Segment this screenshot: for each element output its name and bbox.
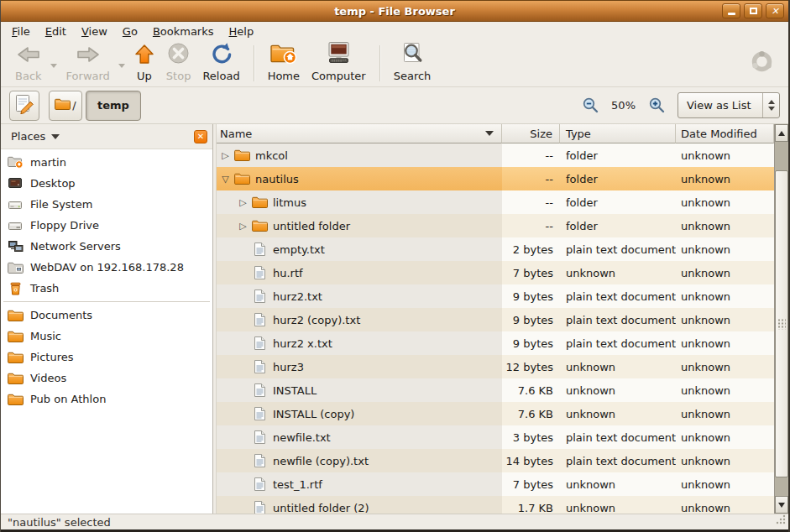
table-row[interactable]: hurz2 x.txt9 bytesplain text documentunk… bbox=[217, 331, 774, 355]
computer-button[interactable]: Computer bbox=[306, 40, 372, 86]
text-file-icon bbox=[250, 501, 269, 514]
view-mode-select[interactable]: View as List bbox=[678, 92, 780, 118]
column-header-size[interactable]: Size bbox=[502, 124, 560, 143]
back-button-label: Back bbox=[15, 70, 42, 82]
name-cell: test_1.rtf bbox=[217, 472, 502, 496]
path-button-root[interactable]: / bbox=[49, 91, 82, 121]
file-name: hurz2 (copy).txt bbox=[273, 314, 360, 326]
expander-collapsed-icon[interactable]: ▷ bbox=[238, 221, 249, 232]
sidebar-item-trash[interactable]: Trash bbox=[1, 278, 212, 299]
edit-location-button[interactable] bbox=[9, 91, 39, 121]
folder-icon bbox=[55, 98, 71, 112]
back-button-dropdown[interactable] bbox=[48, 40, 60, 86]
up-button-label: Up bbox=[137, 70, 152, 82]
sidebar-item-file-system[interactable]: File System bbox=[1, 194, 212, 215]
folder-icon bbox=[250, 196, 269, 208]
table-row[interactable]: newfile.txt3 bytesplain text documentunk… bbox=[217, 425, 774, 449]
size-cell: 3 bytes bbox=[502, 425, 560, 449]
search-button[interactable]: Search bbox=[388, 40, 437, 86]
sidebar-item-pub-on-athlon[interactable]: Pub on Athlon bbox=[1, 389, 212, 409]
reload-button[interactable]: Reload bbox=[196, 40, 245, 86]
close-icon: ✕ bbox=[771, 7, 778, 16]
table-row[interactable]: hurz2 (copy).txt9 bytesplain text docume… bbox=[217, 308, 774, 331]
column-header-date-modified[interactable]: Date Modified bbox=[676, 124, 774, 143]
sidebar-item-music[interactable]: Music bbox=[1, 326, 212, 347]
type-cell: plain text document bbox=[560, 449, 676, 472]
stop-button[interactable]: Stop bbox=[160, 40, 197, 86]
type-cell: unknown bbox=[560, 261, 676, 284]
table-row[interactable]: INSTALL (copy)7.6 KBunknownunknown bbox=[217, 402, 774, 425]
table-row[interactable]: ▽nautilus--folderunknown bbox=[217, 167, 774, 190]
menu-help[interactable]: Help bbox=[222, 23, 262, 40]
name-cell: ▷mkcol bbox=[217, 143, 502, 167]
forward-button-dropdown[interactable] bbox=[116, 40, 128, 86]
table-row[interactable]: hurz312 bytesunknownunknown bbox=[217, 355, 774, 378]
close-button[interactable]: ✕ bbox=[766, 3, 784, 18]
sidebar-item-videos[interactable]: Videos bbox=[1, 368, 212, 389]
menu-file[interactable]: File bbox=[4, 23, 38, 40]
sidebar-item-documents[interactable]: Documents bbox=[1, 305, 212, 326]
menu-edit[interactable]: Edit bbox=[38, 23, 74, 40]
table-row[interactable]: ▷untitled folder--folderunknown bbox=[217, 214, 774, 237]
menu-go[interactable]: Go bbox=[115, 23, 145, 40]
up-button[interactable]: Up bbox=[128, 40, 160, 86]
size-cell: 7 bytes bbox=[502, 472, 560, 496]
sidebar-header: Places ✕ bbox=[1, 124, 212, 149]
table-row[interactable]: hurz2.txt9 bytesplain text documentunkno… bbox=[217, 284, 774, 308]
file-name: hurz2.txt bbox=[273, 290, 322, 303]
type-cell: unknown bbox=[560, 378, 676, 402]
scrollbar-thumb[interactable] bbox=[775, 170, 788, 477]
places-selector[interactable]: Places bbox=[6, 128, 65, 144]
table-row[interactable]: INSTALL7.6 KBunknownunknown bbox=[217, 378, 774, 402]
view-controls: 50% View as List bbox=[581, 92, 788, 118]
expander-collapsed-icon[interactable]: ▷ bbox=[238, 197, 249, 208]
resize-grip[interactable] bbox=[774, 513, 787, 529]
table-row[interactable]: hu.rtf7 bytesunknownunknown bbox=[217, 261, 774, 284]
back-button[interactable]: Back bbox=[9, 40, 48, 86]
column-header-type[interactable]: Type bbox=[560, 124, 676, 143]
zoom-out-icon[interactable] bbox=[581, 96, 599, 115]
scrollbar-trough[interactable] bbox=[775, 477, 788, 496]
table-row[interactable]: test_1.rtf7 bytesunknownunknown bbox=[217, 472, 774, 496]
path-button-current[interactable]: temp bbox=[86, 91, 141, 121]
close-sidebar-button[interactable]: ✕ bbox=[194, 130, 207, 143]
column-header-name[interactable]: Name bbox=[217, 124, 502, 143]
date-modified-cell: unknown bbox=[676, 378, 774, 402]
forward-button[interactable]: Forward bbox=[60, 40, 116, 86]
text-file-icon bbox=[250, 454, 269, 467]
text-file-icon bbox=[250, 313, 269, 326]
home-button[interactable]: Home bbox=[262, 40, 306, 86]
scroll-down-button[interactable] bbox=[775, 496, 788, 514]
type-cell: folder bbox=[560, 143, 676, 167]
sidebar-separator bbox=[3, 301, 210, 302]
expander-expanded-icon[interactable]: ▽ bbox=[220, 174, 231, 185]
desktop-icon bbox=[8, 178, 24, 189]
menu-view[interactable]: View bbox=[74, 23, 115, 40]
table-row[interactable]: untitled folder (2)1.7 KBunknownunknown bbox=[217, 496, 774, 514]
sidebar-item-pictures[interactable]: Pictures bbox=[1, 347, 212, 368]
zoom-in-icon[interactable] bbox=[647, 96, 666, 115]
sidebar-item-desktop[interactable]: Desktop bbox=[1, 173, 212, 194]
menu-bookmarks[interactable]: Bookmarks bbox=[145, 23, 222, 40]
table-row[interactable]: ▷litmus--folderunknown bbox=[217, 190, 774, 214]
folder-icon bbox=[8, 310, 24, 321]
status-text: "nautilus" selected bbox=[8, 516, 111, 529]
scrollbar-trough[interactable] bbox=[775, 142, 788, 170]
maximize-button[interactable] bbox=[744, 3, 762, 18]
minimize-button[interactable] bbox=[722, 3, 740, 18]
view-mode-label: View as List bbox=[678, 93, 762, 117]
name-cell: hurz3 bbox=[217, 355, 502, 378]
table-row[interactable]: newfile (copy).txt14 bytesplain text doc… bbox=[217, 449, 774, 472]
file-browser-window: temp - File Browser ✕ FileEditViewGoBook… bbox=[0, 0, 790, 532]
expander-collapsed-icon[interactable]: ▷ bbox=[220, 150, 231, 161]
titlebar[interactable]: temp - File Browser ✕ bbox=[1, 0, 788, 22]
folder-icon bbox=[8, 394, 24, 405]
table-row[interactable]: empty.txt2 bytesplain text documentunkno… bbox=[217, 237, 774, 261]
sidebar-item-floppy-drive[interactable]: Floppy Drive bbox=[1, 215, 212, 236]
scroll-up-button[interactable] bbox=[775, 124, 788, 142]
text-file-icon bbox=[250, 407, 269, 420]
sidebar-item-network-servers[interactable]: Network Servers bbox=[1, 236, 212, 257]
table-row[interactable]: ▷mkcol--folderunknown bbox=[217, 143, 774, 167]
sidebar-item-webdav-on-192-168-178-28[interactable]: WebDAV on 192.168.178.28 bbox=[1, 257, 212, 278]
sidebar-item-martin[interactable]: martin bbox=[1, 152, 212, 173]
